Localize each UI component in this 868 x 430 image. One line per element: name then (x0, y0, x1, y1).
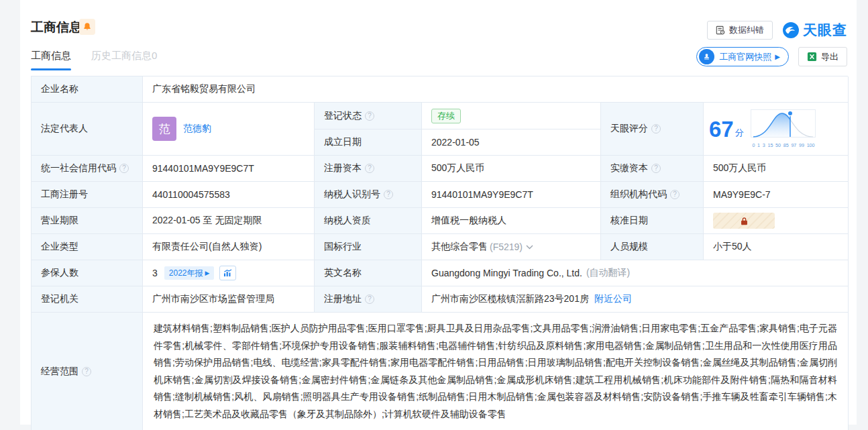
company-name-label: 企业名称 (32, 76, 143, 103)
establish-date-label: 成立日期 (315, 129, 422, 156)
legal-rep-label: 法定代表人 (32, 103, 143, 156)
legal-rep-name-link[interactable]: 范德豹 (183, 123, 211, 135)
table-row: 企业类型 有限责任公司(自然人独资) 国标行业 其他综合零售 (F5219) 人… (32, 234, 848, 260)
help-icon[interactable]: ? (670, 190, 680, 199)
tianyan-score-label: 天眼评分 ? (601, 103, 704, 156)
table-row: 参保人数 3 2022年报 ▶ 英文名称 Guangdong Mingyi Tr… (32, 260, 848, 286)
org-code-value: MA9Y9E9C-7 (704, 182, 849, 208)
table-row: 经营范围? 建筑材料销售;塑料制品销售;医护人员防护用品零售;医用口罩零售;厨具… (32, 313, 848, 430)
help-icon[interactable]: ? (119, 164, 129, 173)
nearby-companies-link[interactable]: 附近公司 (594, 293, 632, 305)
approval-date-value (704, 208, 849, 234)
score-number: 67 (709, 118, 734, 140)
reg-capital-value: 500万人民币 (422, 156, 601, 182)
tianyancha-logo-icon (782, 21, 800, 39)
help-icon[interactable]: ? (384, 190, 393, 199)
company-name-value: 广东省铭毅贸易有限公司 (143, 76, 849, 103)
business-info-table: 企业名称 广东省铭毅贸易有限公司 法定代表人 范 范德豹 登记状态 ? 存续 成… (31, 76, 848, 430)
stamp-icon (699, 49, 714, 64)
help-icon[interactable]: ? (82, 367, 91, 376)
insured-count-label: 参保人数 (32, 260, 143, 286)
annual-report-badge[interactable]: 2022年报 ▶ (164, 266, 215, 280)
axis-tick: 85 (783, 142, 788, 148)
tianyan-score-value: 67 分 (704, 103, 849, 156)
trend-chart-icon (223, 269, 232, 277)
industry-value: 其他综合零售 (F5219) (422, 234, 601, 260)
help-icon[interactable]: ? (365, 294, 374, 304)
score-distribution-chart: 0131550859799100 (751, 109, 816, 148)
staff-size-label: 人员规模 (601, 234, 704, 260)
reg-address-label: 注册地址? (315, 286, 422, 313)
data-correction-button[interactable]: 数据纠错 (707, 21, 773, 40)
reg-status-value: 存续 (422, 103, 601, 129)
tab-bar: 工商信息 历史工商信息0 (31, 50, 157, 70)
export-button[interactable]: 导出 (798, 47, 847, 66)
bell-icon (83, 22, 92, 32)
tianyancha-logo[interactable]: 天眼查 (782, 21, 847, 40)
credit-code-label: 统一社会信用代码? (32, 156, 143, 182)
reg-status-label: 登记状态 ? (315, 103, 422, 129)
chevron-down-icon[interactable] (526, 245, 533, 250)
monitor-bell-button[interactable] (79, 19, 95, 35)
company-type-value: 有限责任公司(自然人独资) (143, 234, 315, 260)
industry-label: 国标行业 (315, 234, 422, 260)
taxpayer-quality-value: 增值税一般纳税人 (422, 208, 601, 234)
lock-icon (740, 217, 749, 225)
auto-translate-note: (自动翻译) (586, 267, 630, 279)
help-icon[interactable]: ? (651, 124, 661, 133)
page-title: 工商信息 (31, 19, 82, 36)
taxpayer-id-label: 纳税人识别号? (315, 182, 422, 208)
table-row: 工商注册号 440110004575583 纳税人识别号? 91440101MA… (32, 182, 848, 208)
axis-tick: 3 (763, 142, 765, 148)
english-name-value: Guangdong Mingyi Trading Co., Ltd. (自动翻译… (422, 260, 849, 286)
reg-authority-label: 登记机关 (32, 286, 143, 313)
axis-tick: 100 (806, 142, 814, 148)
axis-tick: 99 (799, 142, 804, 148)
help-icon[interactable]: ? (365, 111, 374, 121)
insured-trend-chart-button[interactable] (219, 266, 236, 280)
help-icon[interactable]: ? (365, 164, 374, 173)
table-row: 法定代表人 范 范德豹 登记状态 ? 存续 成立日期 2022-01-05 天眼… (32, 103, 848, 156)
axis-tick: 50 (775, 142, 781, 148)
insured-count-value: 3 2022年报 ▶ (143, 260, 315, 286)
legal-rep-avatar[interactable]: 范 (152, 117, 176, 141)
reg-number-label: 工商注册号 (32, 182, 143, 208)
tianyancha-logo-text: 天眼查 (803, 21, 847, 40)
locked-value-button[interactable] (713, 213, 775, 229)
active-tab-underline (31, 68, 71, 70)
credit-code-value: 91440101MA9Y9E9C7T (143, 156, 315, 182)
paid-capital-label: 实缴资本? (601, 156, 704, 182)
taxpayer-quality-label: 纳税人资质 (315, 208, 422, 234)
reg-number-value: 440110004575583 (143, 182, 315, 208)
axis-tick: 97 (791, 142, 796, 148)
official-snapshot-button[interactable]: 工商官网快照 ▶ (696, 47, 789, 66)
excel-icon (807, 52, 817, 62)
tab-history-business-info[interactable]: 历史工商信息0 (91, 50, 157, 70)
business-term-value: 2022-01-05 至 无固定期限 (143, 208, 315, 234)
english-name-label: 英文名称 (315, 260, 422, 286)
company-type-label: 企业类型 (32, 234, 143, 260)
tab-business-info[interactable]: 工商信息 (31, 50, 71, 70)
score-marker-pin (788, 111, 792, 115)
axis-tick: 1 (757, 142, 760, 148)
staff-size-value: 小于50人 (704, 234, 849, 260)
axis-tick: 15 (767, 142, 773, 148)
reg-capital-label: 注册资本? (315, 156, 422, 182)
data-correction-icon (716, 25, 725, 35)
legal-rep-value: 范 范德豹 (143, 103, 315, 156)
axis-tick: 0 (752, 142, 755, 148)
help-icon[interactable]: ? (651, 164, 661, 173)
business-scope-label: 经营范围? (32, 313, 143, 430)
reg-authority-value: 广州市南沙区市场监督管理局 (143, 286, 315, 313)
badge-arrow-icon: ▶ (205, 270, 210, 276)
establish-date-value: 2022-01-05 (422, 129, 601, 156)
paid-capital-value: 500万人民币 (704, 156, 849, 182)
approval-date-label: 核准日期 (601, 208, 704, 234)
table-row: 统一社会信用代码? 91440101MA9Y9E9C7T 注册资本? 500万人… (32, 156, 848, 182)
table-row: 企业名称 广东省铭毅贸易有限公司 (32, 76, 848, 103)
business-scope-value: 建筑材料销售;塑料制品销售;医护人员防护用品零售;医用口罩零售;厨具卫具及日用杂… (143, 313, 849, 430)
score-unit: 分 (735, 127, 744, 139)
status-badge: 存续 (431, 109, 461, 123)
snapshot-arrow-icon: ▶ (775, 53, 780, 60)
business-term-label: 营业期限 (32, 208, 143, 234)
